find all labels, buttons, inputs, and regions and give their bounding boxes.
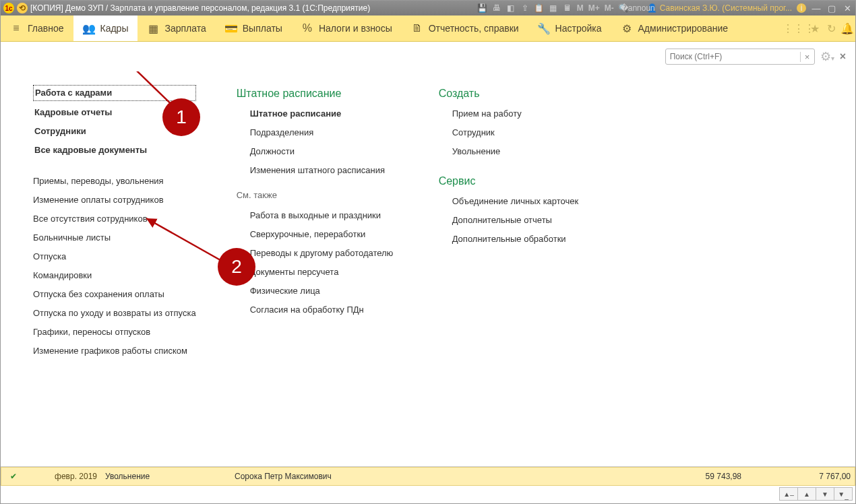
app-logo-icon: 1c [3,3,14,13]
menu-label-0: Главное [28,23,64,34]
link-transfers-other-employer[interactable]: Переводы к другому работодателю [250,246,398,261]
favorite-icon[interactable]: ★ [807,15,823,41]
staffing-header: Штатное расписание [237,88,398,100]
bottom-panel: ✔ февр. 2019 Увольнение Сорока Петр Макс… [1,466,855,503]
link-staffing[interactable]: Штатное расписание [250,106,398,121]
sub-toolbar: × ⚙▾ × [1,42,855,71]
notifications-icon[interactable]: 🔔 [839,15,855,41]
link-all-absences[interactable]: Все отсутствия сотрудников [33,212,196,226]
clipboard-icon[interactable]: 📋 [534,3,544,13]
column-2: Штатное расписание Штатное расписание По… [237,85,398,358]
link-extra-reports[interactable]: Дополнительные отчеты [452,213,601,228]
user-label[interactable]: 👤 Савинская З.Ю. (Системный прог... [647,3,792,13]
menu-icon-2: ▦ [147,22,159,34]
row-person: Сорока Петр Максимович [231,472,636,481]
back-button[interactable]: ⟲ [17,3,28,13]
apps-icon[interactable]: ⋮⋮⋮ [791,15,807,41]
calculator-icon[interactable]: 🖩 [563,3,572,13]
link-departments[interactable]: Подразделения [250,125,398,140]
link-unpaid-leave[interactable]: Отпуска без сохранения оплаты [33,287,196,302]
m-button[interactable]: M [577,3,584,13]
row-sum2: 7 767,00 [745,472,855,481]
minimize-button[interactable]: — [811,3,822,13]
close-window-button[interactable]: ✕ [842,3,853,13]
link-vacations[interactable]: Отпуска [33,249,196,264]
menu-label-6: Настройка [555,23,602,34]
link-create-hire[interactable]: Прием на работу [452,106,601,121]
menu-icon-3: 💳 [225,22,237,34]
row-period: февр. 2019 [26,472,101,481]
menu-icon-1: 👥 [83,22,95,34]
menu-item-3[interactable]: 💳Выплаты [216,15,292,41]
menu-item-7[interactable]: ⚙Администрирование [611,15,738,41]
link-trips[interactable]: Командировки [33,268,196,283]
link-vacation-schedules[interactable]: Графики, переносы отпусков [33,325,196,340]
link-create-employee[interactable]: Сотрудник [452,125,601,140]
link-work-holidays[interactable]: Работа в выходные и праздники [250,208,398,223]
link-parental-leave[interactable]: Отпуска по уходу и возвраты из отпуска [33,306,196,321]
nav-buttons: ▲_ ▲ ▼ ▼_ [1,486,855,503]
row-status-icon: ✔ [1,472,26,481]
m-minus-button[interactable]: M- [605,3,614,13]
titlebar: 1c ⟲ [КОПИЯ] Демо ЗУП / Зарплата и управ… [1,1,855,15]
link-consent-pdn[interactable]: Согласия на обработку ПДн [250,303,398,317]
link-all-personnel-docs[interactable]: Все кадровые документы [33,143,196,158]
nav-last-button[interactable]: ▼_ [834,487,853,501]
link-positions[interactable]: Должности [250,144,398,159]
window-title: [КОПИЯ] Демо ЗУП / Зарплата и управление… [30,3,370,13]
menu-item-5[interactable]: 🗎Отчетность, справки [402,15,528,41]
menu-icon-5: 🗎 [411,22,423,34]
settings-gear-icon[interactable]: ⚙▾ [820,49,834,64]
clear-search-button[interactable]: × [800,52,814,62]
user-name: Савинская З.Ю. (Системный прог... [660,3,792,13]
menu-icon-7: ⚙ [621,22,633,34]
column-3: Создать Прием на работу Сотрудник Увольн… [439,85,601,358]
print-icon[interactable]: 🖶 [492,3,501,13]
menu-item-2[interactable]: ▦Зарплата [137,15,215,41]
compare-icon[interactable]: ◧ [506,3,516,13]
annotation-1: 1 [162,98,200,136]
menu-icon-0: ≡ [10,22,22,34]
link-overtime[interactable]: Сверхурочные, переработки [250,227,398,242]
document-row[interactable]: ✔ февр. 2019 Увольнение Сорока Петр Макс… [1,467,855,486]
m-plus-button[interactable]: M+ [588,3,600,13]
nav-up-button[interactable]: ▲ [797,487,816,501]
link-work-with-personnel[interactable]: Работа с кадрами [33,85,196,101]
zoom-reset-icon[interactable]: �announ [633,3,642,13]
nav-first-button[interactable]: ▲_ [779,487,798,501]
upload-icon[interactable]: ⇪ [520,3,530,13]
link-staffing-changes[interactable]: Изменения штатного расписания [250,163,398,178]
link-schedule-list-change[interactable]: Изменение графиков работы списком [33,344,196,358]
menu-label-5: Отчетность, справки [429,23,519,34]
search-box: × [665,49,815,65]
menu-label-2: Зарплата [164,23,206,34]
link-pers-accounting-docs[interactable]: Документы персучета [250,265,398,280]
search-input[interactable] [666,52,800,61]
menu-item-6[interactable]: 🔧Настройка [528,15,611,41]
link-merge-cards[interactable]: Объединение личных карточек [452,194,601,209]
link-hires-transfers-dismissals[interactable]: Приемы, переводы, увольнения [33,174,196,189]
row-sum1: 59 743,98 [636,472,745,481]
menu-label-7: Администрирование [638,23,729,34]
nav-down-button[interactable]: ▼ [816,487,834,501]
info-icon[interactable]: i [797,3,806,13]
menu-item-1[interactable]: 👥Кадры [73,15,138,41]
menu-item-0[interactable]: ≡Главное [1,15,73,41]
menu-item-4[interactable]: %Налоги и взносы [292,15,402,41]
close-panel-button[interactable]: × [840,51,846,63]
title-toolbar: 💾 🖶 ◧ ⇪ 📋 ▦ 🖩 M M+ M- 🔍 �announ 👤 Савинс… [478,3,853,13]
link-sick-leaves[interactable]: Больничные листы [33,230,196,245]
save-icon[interactable]: 💾 [478,3,487,13]
link-individuals[interactable]: Физические лица [250,284,398,298]
link-create-dismissal[interactable]: Увольнение [452,144,601,159]
history-icon[interactable]: ↻ [823,15,839,41]
app-window: 1c ⟲ [КОПИЯ] Демо ЗУП / Зарплата и управ… [0,0,856,504]
annotation-2: 2 [218,248,255,286]
see-also-label: См. также [237,190,398,200]
link-extra-processing[interactable]: Дополнительные обработки [452,232,601,247]
link-pay-change[interactable]: Изменение оплаты сотрудников [33,193,196,208]
maximize-button[interactable]: ▢ [826,3,837,13]
calendar-icon[interactable]: ▦ [549,3,558,13]
scroll-area[interactable]: 1 2 Работа с кадрами Кадровые отчеты Сот… [1,71,855,466]
create-header: Создать [439,88,601,100]
